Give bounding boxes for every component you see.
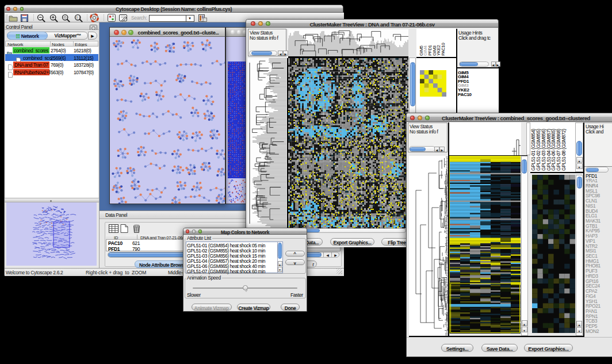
- svg-text:1:1: 1:1: [76, 16, 81, 19]
